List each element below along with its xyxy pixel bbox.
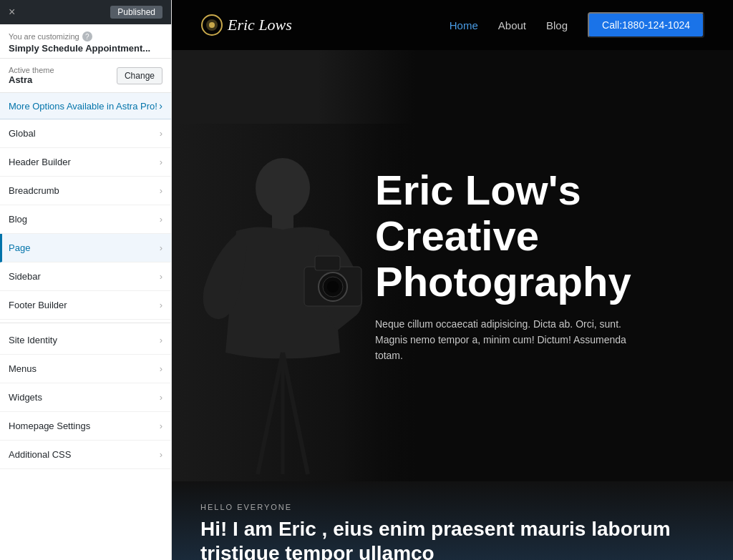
close-button[interactable]: × <box>9 6 15 18</box>
site-preview: Eric Lows Home About Blog Call:1880-124-… <box>172 0 733 560</box>
nav-link-home[interactable]: Home <box>450 19 478 31</box>
intro-text: Hi! I am Eric , eius enim praesent mauri… <box>200 517 704 560</box>
menu-divider <box>0 323 171 323</box>
change-theme-button[interactable]: Change <box>117 67 162 84</box>
intro-text-line1: Hi! I am Eric , eius enim praesent mauri… <box>200 517 704 541</box>
hero-subtitle: Neque cillum occaecati adipisicing. Dict… <box>375 316 647 364</box>
menu-item-widgets[interactable]: Widgets › <box>0 383 171 412</box>
chevron-right-icon: › <box>160 449 162 460</box>
chevron-right-icon: › <box>159 100 162 112</box>
published-badge: Published <box>110 6 162 19</box>
logo-text: Eric Lows <box>228 16 292 34</box>
chevron-right-icon: › <box>160 421 162 431</box>
logo-svg-icon <box>200 14 223 36</box>
astra-pro-banner[interactable]: More Options Available in Astra Pro! › <box>0 93 171 119</box>
svg-point-10 <box>327 281 339 293</box>
chevron-right-icon: › <box>160 157 162 167</box>
chevron-right-icon: › <box>160 271 162 282</box>
customizing-info: You are customizing ? Simply Schedule Ap… <box>0 24 171 59</box>
hello-label: HELLO EVERYONE <box>200 503 704 511</box>
menu-item-homepage-settings[interactable]: Homepage Settings › <box>0 412 171 441</box>
astra-pro-text: More Options Available in Astra Pro! <box>9 101 157 112</box>
chevron-right-icon: › <box>160 392 162 403</box>
chevron-right-icon: › <box>160 300 162 310</box>
nav-links: Home About Blog Call:1880-124-1024 <box>450 12 704 38</box>
below-hero-section: HELLO EVERYONE Hi! I am Eric , eius enim… <box>172 481 733 560</box>
chevron-right-icon: › <box>160 335 162 345</box>
svg-point-2 <box>209 22 215 28</box>
hero-content: Eric Low's Creative Photography Neque ci… <box>375 167 733 364</box>
menu-item-page[interactable]: Page › <box>0 234 171 262</box>
svg-rect-7 <box>315 256 340 270</box>
menu-item-blog[interactable]: Blog › <box>0 205 171 234</box>
nav-link-about[interactable]: About <box>498 19 526 31</box>
menu-item-header-builder[interactable]: Header Builder › <box>0 148 171 177</box>
menu-item-breadcrumb[interactable]: Breadcrumb › <box>0 177 171 205</box>
chevron-right-icon: › <box>160 128 162 139</box>
chevron-right-icon: › <box>160 185 162 196</box>
customizing-title: Simply Schedule Appointment... <box>9 43 162 54</box>
site-nav: Eric Lows Home About Blog Call:1880-124-… <box>172 0 733 50</box>
menu-item-global[interactable]: Global › <box>0 119 171 148</box>
svg-point-4 <box>256 158 310 218</box>
chevron-right-icon: › <box>160 363 162 374</box>
nav-link-blog[interactable]: Blog <box>546 19 568 31</box>
hero-section: Eric Low's Creative Photography Neque ci… <box>172 50 733 481</box>
hero-title: Eric Low's Creative Photography <box>375 167 704 304</box>
help-icon[interactable]: ? <box>82 31 92 41</box>
intro-text-line2: tristique tempor ullamco <box>200 541 704 560</box>
active-theme-row: Active theme Astra Change <box>0 59 171 93</box>
site-logo: Eric Lows <box>200 14 292 36</box>
sidebar-topbar: × Published <box>0 0 171 24</box>
active-theme-label: Active theme <box>9 66 54 74</box>
chevron-right-icon: › <box>160 242 162 253</box>
nav-cta-button[interactable]: Call:1880-124-1024 <box>588 12 704 38</box>
customizing-label: You are customizing ? <box>9 31 162 41</box>
chevron-right-icon: › <box>160 214 162 225</box>
menu-item-footer-builder[interactable]: Footer Builder › <box>0 291 171 320</box>
active-theme-name: Astra <box>9 74 54 85</box>
customizer-sidebar: × Published You are customizing ? Simply… <box>0 0 172 560</box>
menu-item-menus[interactable]: Menus › <box>0 355 171 383</box>
menu-item-site-identity[interactable]: Site Identity › <box>0 326 171 355</box>
menu-item-sidebar[interactable]: Sidebar › <box>0 262 171 291</box>
menu-item-additional-css[interactable]: Additional CSS › <box>0 441 171 469</box>
